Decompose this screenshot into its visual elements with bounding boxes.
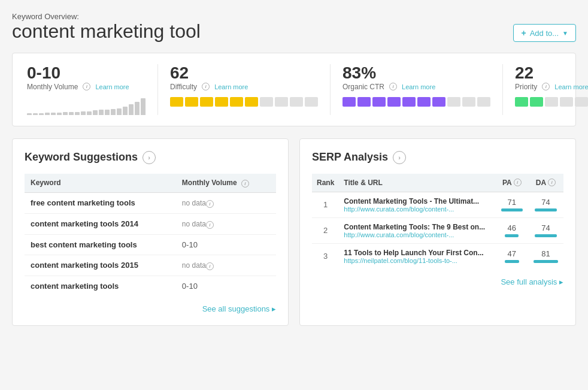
difficulty-learn-more[interactable]: Learn more — [214, 83, 248, 90]
serp-analysis-table: Rank Title & URL PA i DA i — [312, 174, 563, 269]
organic-ctr-label: Organic CTR — [343, 83, 384, 91]
volume-bar — [99, 110, 104, 115]
segment-block — [275, 97, 288, 107]
volume-bar — [93, 110, 98, 115]
priority-label: Priority — [515, 83, 537, 91]
serp-title-cell: Content Marketing Tools - The Ultimat...… — [339, 192, 495, 217]
keyword-cell: content marketing tools — [25, 276, 176, 296]
volume-cell: 0-10 — [176, 234, 276, 255]
monthly-volume-info-icon[interactable]: i — [83, 83, 90, 90]
serp-table-row: 311 Tools to Help Launch Your First Con.… — [312, 243, 563, 269]
serp-analysis-title: SERP Analysis › — [312, 151, 563, 164]
serp-da-cell: 74 — [528, 217, 563, 243]
difficulty-info-icon[interactable]: i — [202, 83, 210, 90]
serp-analysis-nav-icon[interactable]: › — [393, 151, 406, 164]
serp-url-text[interactable]: http://www.curata.com/blog/content-... — [344, 231, 490, 238]
volume-bar — [51, 113, 56, 115]
volume-bar — [45, 113, 50, 115]
organic-ctr-value: 83% — [343, 64, 490, 83]
volume-bar — [33, 113, 38, 115]
serp-table-row: 1Content Marketing Tools - The Ultimat..… — [312, 192, 563, 217]
keyword-table-row: content marketing tools 2015no datai — [25, 255, 276, 276]
priority-label-row: Priority i Learn more — [515, 83, 588, 91]
add-to-button[interactable]: + Add to... ▼ — [513, 24, 576, 42]
segment-block — [462, 97, 475, 107]
serp-table-row: 2Content Marketing Tools: The 9 Best on.… — [312, 217, 563, 243]
priority-learn-more[interactable]: Learn more — [554, 83, 588, 90]
pa-bar — [501, 208, 523, 211]
segment-block — [185, 97, 198, 107]
keyword-cell: content marketing tools 2014 — [25, 213, 176, 234]
organic-ctr-info-icon[interactable]: i — [389, 83, 397, 90]
da-bar — [535, 234, 557, 237]
segment-block — [530, 97, 543, 107]
see-full-analysis-link[interactable]: See full analysis ▸ — [312, 277, 563, 286]
monthly-volume-value: 0-10 — [27, 64, 146, 83]
volume-cell: no datai — [176, 192, 276, 213]
volume-bar — [123, 107, 128, 115]
pa-value: 47 — [501, 249, 523, 258]
segment-block — [432, 97, 445, 107]
segment-block — [200, 97, 213, 107]
pa-bar — [505, 260, 519, 263]
volume-info-icon[interactable]: i — [206, 262, 214, 270]
metrics-row: 0-10 Monthly Volume i Learn more 62 Diff… — [12, 53, 576, 126]
volume-bar — [111, 109, 116, 115]
keyword-suggestions-nav-icon[interactable]: › — [143, 151, 156, 164]
serp-title-text: 11 Tools to Help Launch Your First Con..… — [344, 249, 490, 257]
see-all-suggestions-link[interactable]: See all suggestions ▸ — [25, 304, 276, 313]
segment-block — [545, 97, 558, 107]
serp-pa-cell: 46 — [496, 217, 528, 243]
segment-block — [447, 97, 460, 107]
plus-icon: + — [521, 28, 526, 38]
segment-block — [230, 97, 243, 107]
pa-value: 71 — [501, 198, 523, 207]
segment-block — [245, 97, 258, 107]
volume-bar — [57, 113, 62, 115]
serp-pa-cell: 71 — [496, 192, 528, 217]
kw-col-header: Keyword — [25, 174, 176, 193]
header: Keyword Overview: content marketing tool… — [12, 12, 576, 42]
vol-col-info-icon[interactable]: i — [241, 180, 249, 188]
priority-info-icon[interactable]: i — [542, 83, 550, 90]
serp-url-text[interactable]: http://www.curata.com/blog/content-... — [344, 205, 490, 213]
segment-block — [290, 97, 303, 107]
vol-col-header: Monthly Volume i — [176, 174, 276, 193]
serp-url-text[interactable]: https://neilpatel.com/blog/11-tools-to-.… — [344, 257, 490, 264]
volume-info-icon[interactable]: i — [206, 221, 214, 229]
keyword-table-row: free content marketing toolsno datai — [25, 192, 276, 213]
segment-block — [515, 97, 528, 107]
segment-block — [170, 97, 183, 107]
pa-info-icon[interactable]: i — [514, 179, 522, 186]
monthly-volume-chart — [27, 97, 146, 115]
keyword-table-row: content marketing tools0-10 — [25, 276, 276, 296]
serp-rank-cell: 3 — [312, 243, 339, 269]
volume-info-icon[interactable]: i — [206, 200, 214, 208]
volume-value: 0-10 — [182, 282, 198, 291]
serp-rank-cell: 2 — [312, 217, 339, 243]
segment-block — [560, 97, 573, 107]
da-value: 74 — [533, 223, 559, 232]
volume-bar — [81, 111, 86, 115]
da-bar — [535, 208, 557, 211]
volume-bar — [75, 112, 80, 115]
da-info-icon[interactable]: i — [548, 179, 556, 186]
volume-bar — [69, 112, 74, 115]
see-full-arrow-icon: ▸ — [559, 277, 563, 286]
volume-bar — [105, 110, 110, 115]
da-value: 81 — [533, 249, 559, 258]
segment-block — [575, 97, 588, 107]
volume-bar — [27, 113, 32, 115]
serp-title-text: Content Marketing Tools: The 9 Best on..… — [344, 223, 490, 231]
segment-block — [387, 97, 401, 107]
priority-chart — [515, 97, 588, 107]
keyword-table-row: content marketing tools 2014no datai — [25, 213, 276, 234]
volume-cell: 0-10 — [176, 276, 276, 296]
keyword-suggestions-table: Keyword Monthly Volume i free content ma… — [25, 174, 276, 296]
page-container: Keyword Overview: content marketing tool… — [12, 12, 576, 326]
organic-ctr-learn-more[interactable]: Learn more — [402, 83, 435, 90]
see-all-arrow-icon: ▸ — [272, 304, 276, 313]
monthly-volume-learn-more[interactable]: Learn more — [95, 83, 129, 90]
metric-priority: 22 Priority i Learn more — [503, 64, 588, 115]
keyword-suggestions-panel: Keyword Suggestions › Keyword Monthly Vo… — [12, 138, 289, 326]
